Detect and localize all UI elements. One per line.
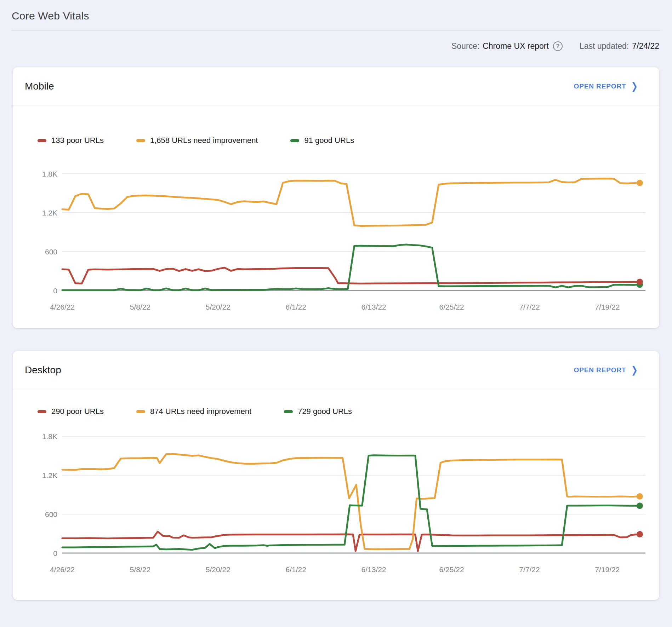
- improvement-series-marker-icon: [136, 410, 145, 413]
- source-bar: Source: Chrome UX report ? Last updated:…: [0, 31, 672, 51]
- desktop-chart-area: 1.8K1.2K60004/26/225/8/225/20/226/1/226/…: [13, 428, 659, 578]
- desktop-line-chart[interactable]: 1.8K1.2K60004/26/225/8/225/20/226/1/226/…: [25, 428, 659, 578]
- good-series-marker-icon: [290, 139, 299, 142]
- svg-text:5/8/22: 5/8/22: [130, 303, 150, 311]
- svg-text:600: 600: [45, 510, 57, 518]
- svg-text:6/25/22: 6/25/22: [439, 303, 464, 311]
- svg-text:5/8/22: 5/8/22: [130, 565, 150, 574]
- legend-item-poor: 133 poor URLs: [38, 136, 104, 145]
- chevron-right-icon: ❯: [631, 364, 638, 376]
- mobile-open-report-button[interactable]: OPEN REPORT ❯: [574, 82, 638, 91]
- mobile-card: Mobile OPEN REPORT ❯ 133 poor URLs 1,658…: [13, 67, 659, 328]
- svg-text:4/26/22: 4/26/22: [50, 303, 75, 311]
- desktop-card-title: Desktop: [25, 364, 61, 376]
- legend-label: 729 good URLs: [298, 407, 352, 416]
- source-label: Source:: [451, 41, 479, 51]
- svg-text:7/19/22: 7/19/22: [595, 565, 620, 574]
- mobile-line-chart[interactable]: 1.8K1.2K60004/26/225/8/225/20/226/1/226/…: [25, 166, 659, 328]
- svg-text:7/7/22: 7/7/22: [519, 303, 540, 311]
- svg-text:0: 0: [53, 549, 57, 557]
- svg-text:6/13/22: 6/13/22: [361, 303, 386, 311]
- legend-item-improvement: 1,658 URLs need improvement: [136, 136, 258, 145]
- svg-text:1.2K: 1.2K: [42, 471, 57, 479]
- improvement-series-marker-icon: [136, 139, 145, 142]
- open-report-label: OPEN REPORT: [574, 366, 626, 374]
- legend-item-good: 91 good URLs: [290, 136, 354, 145]
- source-value: Chrome UX report: [483, 41, 549, 51]
- good-series-marker-icon: [284, 410, 293, 413]
- desktop-card: Desktop OPEN REPORT ❯ 290 poor URLs 874 …: [13, 351, 659, 600]
- svg-text:5/20/22: 5/20/22: [206, 303, 230, 311]
- poor-series-marker-icon: [38, 139, 46, 142]
- svg-text:7/7/22: 7/7/22: [519, 565, 540, 574]
- svg-text:6/25/22: 6/25/22: [439, 565, 464, 574]
- last-updated-label: Last updated:: [580, 41, 629, 51]
- desktop-open-report-button[interactable]: OPEN REPORT ❯: [574, 366, 638, 375]
- question-mark-circle-icon[interactable]: ?: [553, 41, 563, 51]
- legend-label: 290 poor URLs: [51, 407, 104, 416]
- svg-text:7/19/22: 7/19/22: [595, 303, 620, 311]
- svg-text:6/1/22: 6/1/22: [286, 303, 306, 311]
- mobile-card-header: Mobile OPEN REPORT ❯: [13, 67, 659, 105]
- mobile-chart-area: 1.8K1.2K60004/26/225/8/225/20/226/1/226/…: [13, 166, 659, 328]
- svg-text:0: 0: [53, 287, 57, 295]
- core-web-vitals-page: Core Web Vitals Source: Chrome UX report…: [0, 0, 672, 627]
- svg-text:1.8K: 1.8K: [42, 170, 57, 178]
- desktop-card-header: Desktop OPEN REPORT ❯: [13, 351, 659, 389]
- legend-item-improvement: 874 URLs need improvement: [136, 407, 251, 416]
- legend-label: 91 good URLs: [304, 136, 354, 145]
- page-header: Core Web Vitals: [0, 0, 672, 31]
- svg-text:600: 600: [45, 248, 57, 256]
- legend-label: 133 poor URLs: [51, 136, 104, 145]
- svg-text:1.2K: 1.2K: [42, 209, 57, 217]
- page-title: Core Web Vitals: [12, 6, 660, 26]
- legend-label: 1,658 URLs need improvement: [150, 136, 258, 145]
- legend-item-good: 729 good URLs: [284, 407, 352, 416]
- poor-series-marker-icon: [38, 410, 46, 413]
- svg-text:6/1/22: 6/1/22: [286, 565, 306, 574]
- last-updated-value: 7/24/22: [632, 41, 659, 51]
- chevron-right-icon: ❯: [631, 80, 638, 92]
- svg-text:6/13/22: 6/13/22: [361, 565, 386, 574]
- desktop-legend: 290 poor URLs 874 URLs need improvement …: [13, 389, 659, 428]
- svg-text:4/26/22: 4/26/22: [50, 565, 75, 574]
- legend-item-poor: 290 poor URLs: [38, 407, 104, 416]
- mobile-legend: 133 poor URLs 1,658 URLs need improvemen…: [13, 105, 659, 166]
- mobile-card-title: Mobile: [25, 81, 54, 92]
- svg-text:1.8K: 1.8K: [42, 432, 57, 441]
- open-report-label: OPEN REPORT: [574, 82, 626, 90]
- svg-text:5/20/22: 5/20/22: [206, 565, 230, 574]
- legend-label: 874 URLs need improvement: [150, 407, 251, 416]
